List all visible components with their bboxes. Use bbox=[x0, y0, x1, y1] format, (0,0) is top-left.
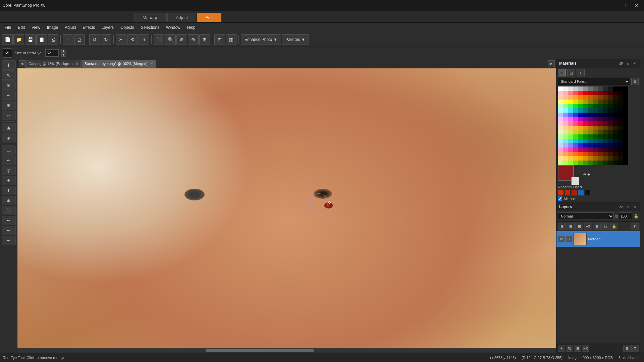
color-swatch-3-10[interactable] bbox=[608, 100, 613, 104]
color-swatch-3-1[interactable] bbox=[563, 100, 568, 104]
tool-pen[interactable]: ✒ bbox=[2, 236, 16, 245]
color-swatch-1-11[interactable] bbox=[613, 91, 618, 95]
color-swatch-12-3[interactable] bbox=[573, 139, 578, 143]
size-input[interactable] bbox=[45, 49, 59, 57]
color-swatch-1-5[interactable] bbox=[583, 91, 588, 95]
color-swatch-2-10[interactable] bbox=[608, 95, 613, 100]
redo-button[interactable]: ↻ bbox=[101, 34, 111, 45]
color-swatch-1-6[interactable] bbox=[588, 91, 593, 95]
canvas-viewport[interactable]: ✛ bbox=[17, 68, 556, 348]
edit-fg-color-icon[interactable]: ✏ bbox=[583, 172, 587, 177]
color-swatch-16-5[interactable] bbox=[583, 156, 588, 161]
materials-float-button[interactable]: ⎋ bbox=[625, 61, 631, 66]
menu-edit[interactable]: Edit bbox=[14, 24, 28, 31]
color-swatch-5-9[interactable] bbox=[603, 108, 608, 113]
add-swatch-icon[interactable]: + bbox=[587, 172, 590, 177]
color-swatch-9-9[interactable] bbox=[603, 126, 608, 130]
color-swatch-3-13[interactable] bbox=[623, 100, 628, 104]
color-swatch-14-9[interactable] bbox=[603, 147, 608, 152]
color-swatch-5-2[interactable] bbox=[568, 108, 573, 113]
color-swatch-13-3[interactable] bbox=[573, 143, 578, 147]
color-swatch-17-5[interactable] bbox=[583, 161, 588, 165]
ru-swatch-5[interactable] bbox=[585, 190, 591, 196]
tab-manage[interactable]: Manage bbox=[134, 13, 167, 22]
layer-merge-button[interactable]: ⊕ bbox=[593, 223, 601, 230]
color-swatch-12-12[interactable] bbox=[618, 139, 623, 143]
color-swatch-7-12[interactable] bbox=[618, 117, 623, 121]
tool-warp[interactable]: ⊕ bbox=[2, 196, 16, 205]
color-swatch-7-10[interactable] bbox=[608, 117, 613, 121]
color-swatch-17-9[interactable] bbox=[603, 161, 608, 165]
color-swatch-9-7[interactable] bbox=[593, 126, 598, 130]
color-swatch-8-10[interactable] bbox=[608, 121, 613, 126]
color-swatch-0-6[interactable] bbox=[588, 86, 593, 91]
blend-mode-select[interactable]: Normal bbox=[558, 213, 614, 220]
straighten-button[interactable]: ⟲ bbox=[127, 34, 138, 45]
background-color[interactable] bbox=[571, 177, 579, 185]
materials-minimize-button[interactable]: 🗗 bbox=[619, 61, 624, 66]
color-swatch-11-2[interactable] bbox=[568, 134, 573, 139]
color-swatch-2-11[interactable] bbox=[613, 95, 618, 100]
menu-effects[interactable]: Effects bbox=[79, 24, 98, 31]
color-swatch-10-1[interactable] bbox=[563, 130, 568, 134]
tool-clone[interactable]: ✒ bbox=[2, 156, 16, 165]
color-swatch-16-9[interactable] bbox=[603, 156, 608, 161]
share-button[interactable]: ↑ bbox=[63, 34, 73, 45]
overview-button[interactable]: ⊞ bbox=[199, 34, 210, 45]
color-swatch-3-12[interactable] bbox=[618, 100, 623, 104]
color-swatch-6-6[interactable] bbox=[588, 113, 593, 117]
color-swatch-14-11[interactable] bbox=[613, 147, 618, 152]
color-swatch-13-6[interactable] bbox=[588, 143, 593, 147]
color-swatch-7-8[interactable] bbox=[598, 117, 603, 121]
color-swatch-0-12[interactable] bbox=[618, 86, 623, 91]
color-swatch-12-1[interactable] bbox=[563, 139, 568, 143]
layer-fx-new-button[interactable]: FX bbox=[582, 345, 589, 352]
layer-group-button[interactable]: ⊟ bbox=[567, 223, 575, 230]
color-swatch-7-0[interactable] bbox=[558, 117, 563, 121]
size-up-button[interactable]: ▲ bbox=[61, 49, 66, 53]
color-swatch-3-9[interactable] bbox=[603, 100, 608, 104]
color-swatch-8-7[interactable] bbox=[593, 121, 598, 126]
color-swatch-4-3[interactable] bbox=[573, 104, 578, 108]
color-swatch-0-11[interactable] bbox=[613, 86, 618, 91]
color-swatch-17-13[interactable] bbox=[623, 161, 628, 165]
color-swatch-4-9[interactable] bbox=[603, 104, 608, 108]
color-swatch-12-10[interactable] bbox=[608, 139, 613, 143]
color-swatch-17-12[interactable] bbox=[618, 161, 623, 165]
image-info-button[interactable]: ⊡ bbox=[214, 34, 225, 45]
color-swatch-5-3[interactable] bbox=[573, 108, 578, 113]
tool-fill[interactable]: ⬛ bbox=[2, 206, 16, 215]
color-swatch-6-13[interactable] bbox=[623, 113, 628, 117]
color-swatch-16-0[interactable] bbox=[558, 156, 563, 161]
color-swatch-15-12[interactable] bbox=[618, 152, 623, 156]
menu-image[interactable]: Image bbox=[44, 24, 61, 31]
layers-float-button[interactable]: ⎋ bbox=[625, 204, 631, 209]
zoom-btn[interactable]: 🔍 bbox=[165, 34, 176, 45]
color-swatch-15-9[interactable] bbox=[603, 152, 608, 156]
tool-eyedropper[interactable]: ✒ bbox=[2, 90, 16, 100]
layer-options-button[interactable]: ⚙ bbox=[631, 345, 639, 352]
color-swatch-9-6[interactable] bbox=[588, 126, 593, 130]
color-swatch-9-1[interactable] bbox=[563, 126, 568, 130]
color-swatch-11-11[interactable] bbox=[613, 134, 618, 139]
color-swatch-2-5[interactable] bbox=[583, 95, 588, 100]
color-swatch-2-2[interactable] bbox=[568, 95, 573, 100]
color-swatch-10-0[interactable] bbox=[558, 130, 563, 134]
color-swatch-3-11[interactable] bbox=[613, 100, 618, 104]
color-swatch-4-7[interactable] bbox=[593, 104, 598, 108]
layer-add-button[interactable]: ⊞ bbox=[558, 223, 566, 230]
color-swatch-12-5[interactable] bbox=[583, 139, 588, 143]
color-swatch-4-0[interactable] bbox=[558, 104, 563, 108]
ru-swatch-2[interactable] bbox=[565, 190, 571, 196]
color-swatch-10-2[interactable] bbox=[568, 130, 573, 134]
color-swatch-9-3[interactable] bbox=[573, 126, 578, 130]
tool-lasso[interactable]: ⊙ bbox=[2, 80, 16, 90]
color-swatch-14-6[interactable] bbox=[588, 147, 593, 152]
info-button[interactable]: ℹ bbox=[139, 34, 149, 45]
color-swatch-11-4[interactable] bbox=[578, 134, 583, 139]
color-swatch-8-6[interactable] bbox=[588, 121, 593, 126]
color-swatch-16-8[interactable] bbox=[598, 156, 603, 161]
color-swatch-11-9[interactable] bbox=[603, 134, 608, 139]
color-swatch-14-13[interactable] bbox=[623, 147, 628, 152]
color-swatch-4-2[interactable] bbox=[568, 104, 573, 108]
